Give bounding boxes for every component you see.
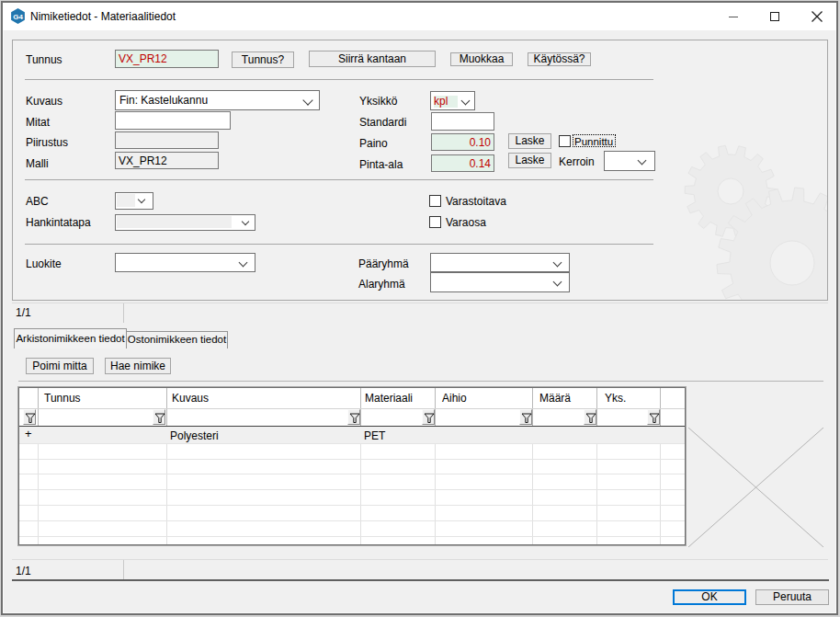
svg-text:G4: G4 [13,13,23,21]
